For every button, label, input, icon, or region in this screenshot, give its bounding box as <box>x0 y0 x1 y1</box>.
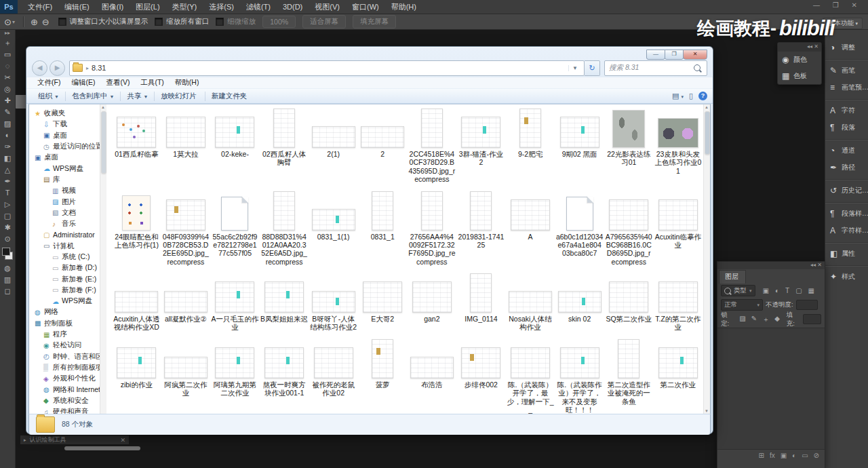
address-bar[interactable]: ▸ 8.31 ▼ <box>69 60 585 76</box>
tool-icon[interactable]: ✚ <box>4 95 10 106</box>
panel-header[interactable]: ◂◂ ✕ <box>778 43 821 52</box>
explorer-menu-item[interactable]: 工具(T) <box>135 78 169 87</box>
file-item[interactable]: 88D88D31%4012A0AA20.352E6A5D.jpg_recompr… <box>260 189 309 271</box>
change-view-icon[interactable]: ▤ ▾ <box>672 92 684 100</box>
sidebar-item[interactable]: ◷ 最近访问的位置 <box>29 141 100 152</box>
dock-panel-button[interactable]: ¶ 段落样… <box>825 202 868 222</box>
scrubby-zoom-checkbox[interactable] <box>216 18 224 26</box>
file-item[interactable]: 3群-猫渣-作业2 <box>456 106 506 189</box>
file-item[interactable]: T.Z的第二次作业 <box>654 271 703 336</box>
sidebar-item[interactable]: ▭ 新加卷 (E:) <box>29 273 100 284</box>
sidebar-item[interactable]: ▦ 程序 <box>29 329 100 340</box>
sidebar-item[interactable]: ◴ 时钟、语言和区域 <box>29 351 100 362</box>
file-item[interactable]: 第二次造型作业被淹死的一条鱼 <box>604 336 654 414</box>
file-item[interactable]: 阿璃第九期第二次作业 <box>210 336 260 414</box>
sidebar-item[interactable]: ▭ 计算机 <box>29 241 100 252</box>
sidebar-item[interactable]: ▧ 文档 <box>29 208 100 218</box>
tool-icon[interactable]: ▨ <box>4 118 11 130</box>
sidebar-item[interactable]: ◉ 轻松访问 <box>29 340 100 351</box>
tool-icon[interactable]: ▥ <box>4 274 11 286</box>
tool-icon[interactable]: ✱ <box>4 222 10 233</box>
file-item[interactable]: 55ac6c2b92f9e78212798e177c557f05 <box>210 189 260 271</box>
file-item[interactable]: skin 02 <box>555 271 604 336</box>
minimize-button[interactable]: — <box>646 50 665 60</box>
tool-icon[interactable]: ✑ <box>4 141 10 153</box>
sidebar-item[interactable]: ▣ 桌面 <box>29 152 100 163</box>
back-button[interactable]: ◀ <box>32 60 47 76</box>
title-bar[interactable]: — ❐ ✕ <box>26 47 713 59</box>
address-dropdown-icon[interactable]: ▼ <box>568 65 581 71</box>
layers-footer-icon[interactable]: ⊘ <box>814 452 819 459</box>
layers-tab[interactable]: 图层 <box>719 270 746 284</box>
sidebar-item[interactable]: ▭ 新加卷 (D:) <box>29 262 100 273</box>
file-item[interactable]: 24眼睛配色和上色练习作(1) <box>112 189 161 271</box>
sidebar-item[interactable]: ◆ 系统和安全 <box>29 395 100 406</box>
dock-panel-button[interactable]: A 字符 <box>825 99 868 119</box>
photoshop-menu-item[interactable]: 窗口(W) <box>346 0 385 14</box>
tool-icon[interactable]: △ <box>5 164 10 176</box>
photoshop-menu-item[interactable]: 编辑(E) <box>58 0 96 14</box>
tool-icon[interactable]: ＋ <box>4 37 12 49</box>
explorer-menu-item[interactable]: 编辑(E) <box>66 78 100 87</box>
file-item[interactable]: 9-2肥宅 <box>506 106 555 189</box>
zoom-in-icon[interactable]: ⊕ <box>31 17 38 27</box>
layers-footer-icon[interactable]: ▣ <box>781 452 787 459</box>
file-item[interactable]: 01西瓜籽临摹 <box>112 106 161 189</box>
dock-panel-button[interactable]: ✒ 路径 <box>825 159 868 176</box>
dock-panel-button[interactable]: ↺ 历史记… <box>825 179 868 199</box>
blend-mode-dropdown[interactable]: 正常▾ <box>721 299 763 311</box>
dock-panel-button[interactable]: ≡ 画笔预… <box>825 79 868 96</box>
sidebar-item[interactable]: ▭ 系统 (C:) <box>29 252 100 262</box>
file-item[interactable]: zibi的作业 <box>112 336 161 414</box>
file-item[interactable]: 048F09399%40B728CB53.D2EE695D.jpg_recomp… <box>161 189 211 271</box>
photoshop-menu-item[interactable]: 3D(D) <box>277 0 309 14</box>
sidebar-item[interactable]: ◍ 网络和 Internet <box>29 384 100 395</box>
file-item[interactable]: Acuxitin人体透视结构作业XD <box>112 271 161 336</box>
sidebar-item[interactable]: ◍ 网络 <box>29 307 100 317</box>
zoom-out-icon[interactable]: ⊖ <box>42 17 50 27</box>
file-item[interactable]: 27656AA4%40092F5172.32F7695D.jpg_recompr… <box>408 189 457 271</box>
file-item[interactable]: 2 <box>358 106 408 189</box>
zoom-100-button[interactable]: 100% <box>262 16 296 28</box>
refresh-button[interactable]: ↻ <box>585 60 600 76</box>
file-item[interactable]: E大哥2 <box>358 271 408 336</box>
file-item[interactable]: 2CC4518E%40CF378D29.B435695D.jpg_recompr… <box>408 106 457 189</box>
file-item[interactable]: Acuxitin临摹作业 <box>654 189 703 271</box>
tool-icon[interactable]: ⊙ <box>4 233 10 245</box>
photoshop-menu-item[interactable]: 滤镜(T) <box>240 0 277 14</box>
photoshop-menu-item[interactable]: 图层(L) <box>130 0 165 14</box>
tool-icon[interactable]: ◐ <box>5 130 10 141</box>
lock-icon[interactable]: ◆ <box>774 315 780 324</box>
panel-tab-button[interactable]: ◉ 颜色 <box>778 52 821 68</box>
command-button[interactable]: 共享▼ <box>120 92 154 101</box>
file-item[interactable]: 1莫大拉 <box>161 106 211 189</box>
tool-icon[interactable]: ▭ <box>4 49 11 60</box>
layer-filter-icon[interactable]: ▣ <box>763 287 769 294</box>
file-item[interactable]: 熬夜一时爽方块作业001-1 <box>260 336 309 414</box>
dock-panel-button[interactable]: ¶ 段落 <box>825 119 868 136</box>
fill-value[interactable] <box>803 314 821 324</box>
sidebar-item[interactable]: ★ 收藏夹 <box>29 108 100 119</box>
sidebar-item[interactable]: ▒ 所有控制面板项 <box>29 362 100 373</box>
file-item[interactable]: Nosaki人体结构作业 <box>506 271 555 336</box>
explorer-menu-item[interactable]: 帮助(H) <box>170 78 205 87</box>
command-button[interactable]: 组织▼ <box>32 92 65 101</box>
dock-panel-button[interactable]: ◔ 通道 <box>825 139 868 159</box>
tool-icon[interactable]: ✎ <box>4 106 10 118</box>
file-item[interactable]: 9期02 黑面 <box>555 106 604 189</box>
sidebar-item[interactable]: ⇩ 下载 <box>29 119 100 130</box>
color-swatches[interactable] <box>2 248 13 260</box>
search-box[interactable]: 搜索 8.31 <box>604 60 707 76</box>
tool-icon[interactable]: ◧ <box>4 153 11 164</box>
preview-pane-icon[interactable]: ▯ <box>689 92 693 100</box>
help-icon[interactable]: ? <box>698 92 707 100</box>
sidebar-item[interactable]: ♪ 音乐 <box>29 218 100 229</box>
layer-filter-icon[interactable]: T <box>785 287 789 294</box>
breadcrumb[interactable]: 8.31 <box>92 64 106 72</box>
sidebar-item[interactable]: ☁ WPS网盘 <box>29 163 100 174</box>
file-item[interactable]: B凤梨姐姐来迟 <box>260 271 309 336</box>
dock-panel-button[interactable]: ✦ 样式 <box>825 265 868 285</box>
photoshop-menu-item[interactable]: 帮助(H) <box>385 0 422 14</box>
file-item[interactable]: A7965635%40BC968B16.0CD8695D.jpg_recompr… <box>604 189 654 271</box>
layer-filter-dropdown[interactable]: 类型▾ <box>721 285 755 296</box>
